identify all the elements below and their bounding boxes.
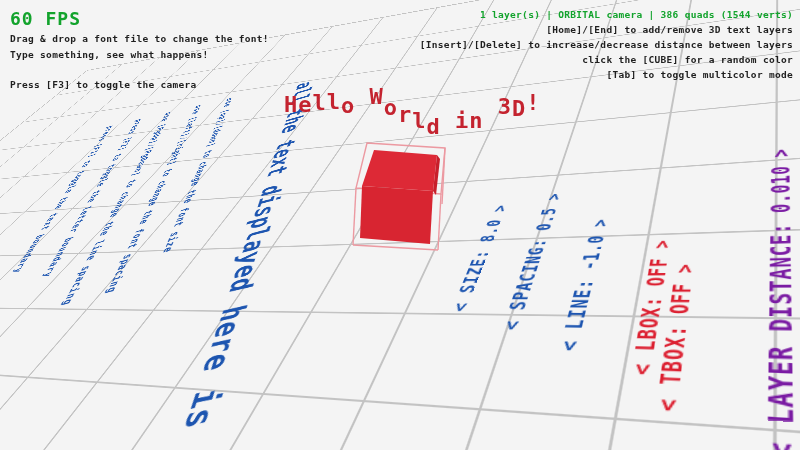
hello-char (441, 84, 455, 109)
hint-multicolor-mode: [Tab] to toggle multicolor mode (606, 69, 793, 80)
hello-char: ! (526, 90, 540, 115)
hello-char: n (469, 108, 483, 133)
ground-help-line: use [up]/[down] to change the font size (160, 96, 236, 254)
ground-status-label: < LINE: -1.0 > (555, 218, 613, 351)
ground-status-label: < LAYER DISTANCE: 0.010 > (758, 148, 800, 450)
app-window: { "hud": { "fps": "60 FPS", "left_lines"… (0, 0, 800, 450)
hello-char (355, 84, 369, 109)
hello-char: D (512, 96, 526, 121)
hint-layer-distance: [Insert]/[Delete] to increase/decrease d… (420, 39, 793, 50)
hello-char: W (370, 84, 384, 109)
hello-char (484, 84, 498, 109)
hint-type-something: Type something, see what happens! (10, 49, 209, 60)
hello-char: e (298, 92, 312, 117)
hint-add-remove-layers: [Home]/[End] to add/remove 3D text layer… (546, 24, 793, 35)
hint-drag-drop-font: Drag & drop a font file to change the fo… (10, 33, 269, 44)
hello-char: o (341, 93, 355, 118)
hello-world-3d-text: Hello World in 3D! (284, 84, 541, 109)
hello-char: H (284, 92, 298, 117)
cube[interactable] (330, 128, 460, 263)
hello-char: l (327, 89, 341, 114)
cube-top-face[interactable] (362, 150, 437, 191)
fps-counter: 60 FPS (10, 8, 81, 29)
hello-char: r (398, 102, 412, 127)
render-stats: 1 layer(s) | ORBITAL camera | 386 quads … (480, 9, 793, 20)
hint-toggle-camera: Press [F3] to toggle the camera (10, 79, 197, 90)
hello-char: l (313, 90, 327, 115)
hello-char: 3 (498, 94, 512, 119)
ground-status-label: < SPACING: 0.5 > (498, 192, 566, 330)
hint-cube-random-color: click the [CUBE] for a random color (582, 54, 793, 65)
hello-char: o (384, 95, 398, 120)
cube-front-face[interactable] (360, 186, 433, 244)
